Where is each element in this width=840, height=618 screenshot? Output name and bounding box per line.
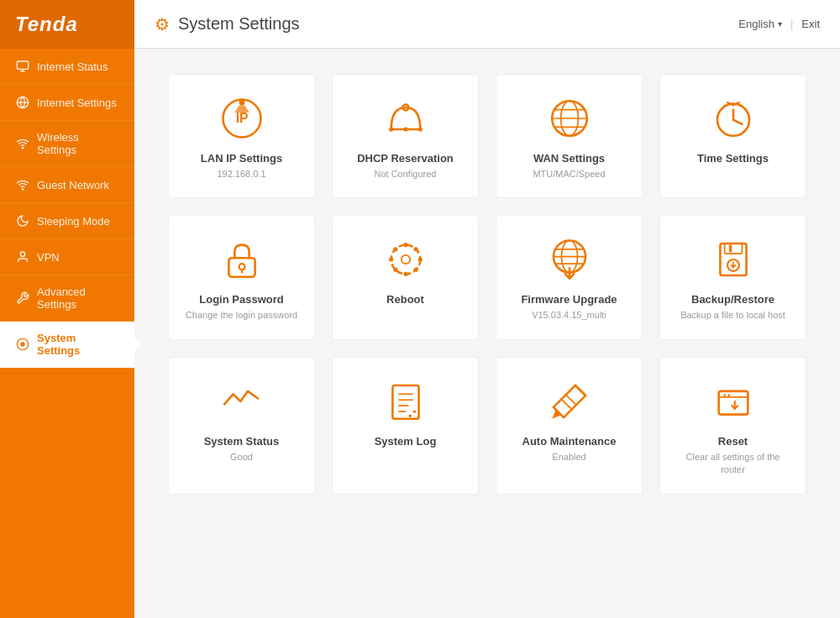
svg-point-37 — [413, 268, 417, 272]
tile-reboot[interactable]: Reboot — [332, 215, 479, 339]
chevron-down-icon: ▾ — [778, 19, 782, 29]
svg-point-30 — [401, 255, 409, 264]
tile-system-status[interactable]: System StatusGood — [168, 357, 315, 495]
wrench-icon — [15, 291, 30, 306]
monitor-icon — [15, 59, 30, 74]
reboot-icon — [382, 236, 429, 283]
svg-rect-26 — [228, 259, 255, 278]
tile-firmware-upgrade[interactable]: Firmware UpgradeV15.03.4.15_multi — [496, 215, 643, 339]
svg-rect-0 — [17, 61, 28, 69]
sidebar-item-label: Wireless Settings — [37, 131, 119, 156]
firmware-icon — [546, 236, 593, 283]
wifi-icon — [15, 136, 30, 151]
exit-link[interactable]: Exit — [801, 18, 820, 30]
svg-text:IP: IP — [235, 111, 248, 125]
tile-title: Auto Maintenance — [522, 435, 617, 448]
divider: | — [790, 18, 793, 30]
sidebar-logo: Tenda — [0, 0, 134, 49]
svg-rect-50 — [392, 385, 418, 419]
tile-subtitle: Backup a file to local host — [680, 309, 785, 322]
main-content: ⚙ System Settings English ▾ | Exit IP LA… — [134, 0, 840, 618]
tile-title: Reset — [718, 435, 748, 448]
maintenance-icon — [546, 378, 593, 425]
sidebar-item-label: Sleeping Mode — [37, 215, 110, 228]
tile-title: Firmware Upgrade — [521, 293, 617, 306]
svg-line-59 — [560, 398, 570, 408]
wifi-guest-icon — [15, 177, 30, 192]
globe-icon — [15, 95, 30, 110]
svg-point-35 — [413, 248, 417, 252]
tile-reset[interactable]: ResetClear all settings of the router — [659, 357, 806, 495]
tile-auto-maintenance[interactable]: Auto MaintenanceEnabled — [496, 357, 643, 495]
tile-system-log[interactable]: System Log — [332, 357, 479, 495]
sidebar-item-advanced-settings[interactable]: Advanced Settings — [0, 275, 134, 322]
svg-point-12 — [239, 99, 244, 105]
sidebar: Tenda Internet StatusInternet SettingsWi… — [0, 0, 134, 618]
tile-subtitle: V15.03.4.15_multi — [532, 309, 606, 322]
sidebar-item-sleeping-mode[interactable]: Sleeping Mode — [0, 203, 134, 239]
person-icon — [15, 249, 30, 264]
svg-point-34 — [403, 272, 407, 276]
tile-subtitle: 192.168.0.1 — [217, 168, 265, 181]
moon-icon — [15, 213, 30, 228]
svg-point-36 — [393, 268, 397, 272]
tile-wan-settings[interactable]: WAN SettingsMTU/MAC/Speed — [496, 74, 643, 198]
svg-line-25 — [733, 120, 742, 124]
dhcp-icon — [382, 95, 429, 142]
tile-login-password[interactable]: Login PasswordChange the login password — [168, 215, 315, 339]
svg-rect-47 — [728, 245, 731, 253]
logo-text: Tenda — [15, 13, 78, 36]
svg-line-58 — [564, 394, 575, 404]
sidebar-item-wireless-settings[interactable]: Wireless Settings — [0, 121, 134, 167]
sidebar-item-label: Guest Network — [37, 179, 109, 191]
sidebar-item-guest-network[interactable]: Guest Network — [0, 167, 134, 203]
sidebar-item-internet-settings[interactable]: Internet Settings — [0, 85, 134, 121]
svg-rect-60 — [718, 391, 748, 415]
svg-point-33 — [403, 243, 407, 247]
svg-point-27 — [239, 264, 244, 270]
system-status-icon — [218, 378, 265, 425]
sidebar-item-vpn[interactable]: VPN — [0, 239, 134, 275]
tile-lan-ip[interactable]: IP LAN IP Settings192.168.0.1 — [168, 74, 315, 198]
tile-dhcp-reservation[interactable]: DHCP ReservationNot Configured — [332, 74, 479, 198]
settings-grid: IP LAN IP Settings192.168.0.1 DHCP Reser… — [168, 74, 806, 495]
sidebar-item-system-settings[interactable]: System Settings — [0, 322, 134, 368]
svg-line-57 — [575, 385, 585, 395]
topbar-title-area: ⚙ System Settings — [155, 14, 300, 34]
tile-title: Login Password — [199, 293, 283, 306]
tile-subtitle: Good — [230, 451, 253, 464]
tile-subtitle: Clear all settings of the router — [674, 451, 792, 477]
tile-title: LAN IP Settings — [201, 152, 282, 165]
tile-subtitle: Change the login password — [186, 309, 297, 322]
sidebar-item-internet-status[interactable]: Internet Status — [0, 49, 134, 85]
tile-subtitle: MTU/MAC/Speed — [533, 168, 605, 181]
tile-title: Time Settings — [697, 152, 769, 165]
wan-icon — [546, 95, 593, 142]
svg-point-55 — [408, 414, 411, 416]
svg-point-9 — [21, 343, 24, 346]
page-title: System Settings — [178, 14, 300, 34]
svg-point-56 — [412, 410, 415, 412]
svg-point-38 — [393, 248, 397, 252]
tile-time-settings[interactable]: Time Settings — [659, 74, 806, 198]
circle-dot-icon — [15, 337, 30, 352]
sidebar-item-label: Advanced Settings — [37, 285, 119, 311]
language-label: English — [738, 18, 774, 30]
svg-point-32 — [389, 258, 393, 262]
svg-point-5 — [22, 148, 23, 149]
svg-point-31 — [417, 258, 422, 262]
tile-title: DHCP Reservation — [357, 152, 454, 165]
topbar: ⚙ System Settings English ▾ | Exit — [134, 0, 840, 49]
backup-icon — [710, 236, 757, 283]
topbar-right: English ▾ | Exit — [738, 18, 820, 30]
tile-title: Reboot — [386, 293, 424, 306]
lock-icon — [218, 236, 265, 283]
svg-point-7 — [20, 252, 24, 256]
svg-rect-46 — [724, 244, 742, 254]
sidebar-items: Internet StatusInternet SettingsWireless… — [0, 49, 134, 368]
tile-backup-restore[interactable]: Backup/RestoreBackup a file to local hos… — [659, 215, 806, 339]
content-area: IP LAN IP Settings192.168.0.1 DHCP Reser… — [134, 49, 840, 618]
sidebar-item-label: VPN — [37, 251, 60, 264]
language-selector[interactable]: English ▾ — [738, 18, 782, 30]
lan-ip-icon: IP — [218, 95, 265, 142]
